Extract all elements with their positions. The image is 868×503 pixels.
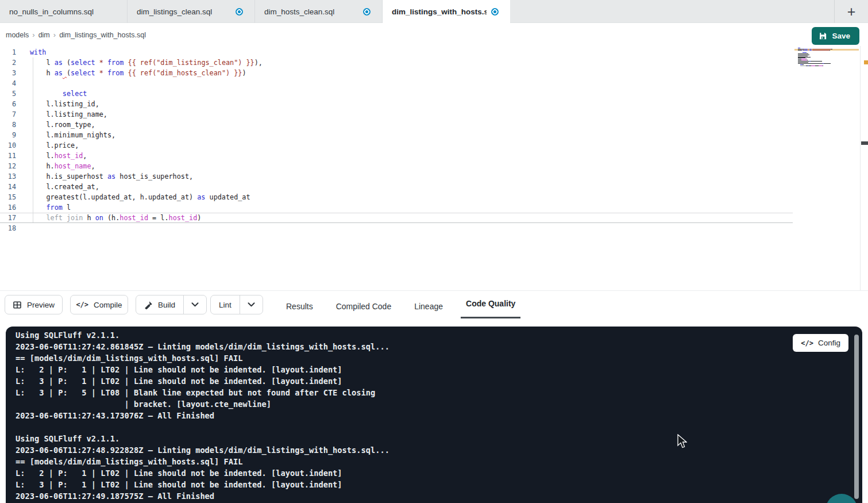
tab-label: dim_hosts_clean.sql	[264, 7, 334, 16]
code-line[interactable]: from l	[0, 202, 793, 213]
build-dropdown-button[interactable]	[183, 295, 206, 314]
editor-scrollbar-thumb[interactable]	[861, 141, 868, 145]
minimap[interactable]	[798, 48, 842, 68]
new-tab-button[interactable]: +	[835, 0, 868, 23]
tab-results-label: Results	[286, 302, 313, 311]
save-button[interactable]: Save	[812, 27, 859, 45]
unsaved-dot-icon	[236, 8, 243, 16]
build-button-label: Build	[158, 301, 175, 309]
breadcrumb-item-dim: dim	[38, 31, 50, 39]
breadcrumb: models › dim › dim_listings_with_hosts.s…	[6, 30, 146, 39]
build-button[interactable]: Build	[136, 295, 183, 314]
config-button-label: Config	[818, 339, 840, 347]
compile-button-label: Compile	[94, 301, 122, 309]
editor-scrollbar-track	[860, 46, 861, 290]
overview-ruler-error-marker	[864, 60, 868, 64]
hammer-icon	[144, 301, 153, 309]
code-line[interactable]: l.created_at,	[0, 182, 793, 192]
tab-dim-listings-with-hosts[interactable]: dim_listings_with_hosts.sql	[383, 0, 510, 24]
code-line[interactable]: l.price,	[0, 140, 793, 151]
code-line[interactable]: l.minimum_nights,	[0, 130, 793, 140]
code-line[interactable]: l.listing_name,	[0, 109, 793, 120]
preview-button-label: Preview	[27, 301, 55, 309]
tab-no-nulls-in-columns[interactable]: no_nulls_in_columns.sql	[0, 0, 128, 23]
terminal-output: Using SQLFluff v2.1.1.2023-06-06T11:27:4…	[16, 329, 389, 502]
breadcrumb-separator: ›	[32, 30, 34, 39]
breadcrumb-separator: ›	[53, 30, 56, 39]
tab-code-quality[interactable]: Code Quality	[464, 291, 517, 322]
action-bar: Preview </> Compile Build Lint R	[0, 290, 868, 327]
config-button[interactable]: </> Config	[793, 334, 848, 352]
compile-button[interactable]: </> Compile	[70, 295, 128, 314]
tab-dim-hosts-clean[interactable]: dim_hosts_clean.sql	[255, 0, 383, 23]
lint-split-button: Lint	[210, 295, 263, 314]
unsaved-dot-icon	[491, 8, 499, 16]
code-editor[interactable]: 123456789101112131415161718 with l as (s…	[0, 46, 868, 290]
editor-tab-bar: no_nulls_in_columns.sql dim_listings_cle…	[0, 0, 868, 23]
code-line[interactable]: select	[0, 89, 793, 99]
code-line[interactable]: l as (select * from {{ ref("dim_listings…	[0, 57, 793, 68]
lint-dropdown-button[interactable]	[240, 295, 263, 314]
code-line[interactable]: left join h on (h.host_id = l.host_id)	[0, 213, 793, 223]
code-icon: </>	[76, 301, 88, 309]
code-icon: </>	[801, 339, 813, 347]
unsaved-dot-icon	[363, 8, 371, 16]
code-line[interactable]: h.is_superhost as host_is_superhost,	[0, 171, 793, 182]
lint-button[interactable]: Lint	[211, 295, 240, 314]
help-fab-button[interactable]	[825, 494, 858, 503]
lint-output-terminal: Using SQLFluff v2.1.1.2023-06-06T11:27:4…	[6, 327, 862, 503]
save-button-label: Save	[832, 32, 850, 40]
chevron-down-icon	[248, 302, 255, 307]
breadcrumb-item-file: dim_listings_with_hosts.sql	[59, 31, 146, 39]
preview-button[interactable]: Preview	[5, 295, 63, 314]
tab-label: no_nulls_in_columns.sql	[9, 7, 94, 16]
tab-lineage[interactable]: Lineage	[412, 291, 445, 322]
file-header-bar: models › dim › dim_listings_with_hosts.s…	[0, 24, 868, 46]
tab-label: dim_listings_with_hosts.sql	[392, 7, 487, 16]
code-line[interactable]	[0, 223, 793, 233]
table-icon	[13, 301, 22, 309]
code-line[interactable]: l.host_id,	[0, 151, 793, 161]
tab-code-quality-label: Code Quality	[466, 299, 515, 308]
tab-lineage-label: Lineage	[414, 302, 443, 311]
tab-compiled-code[interactable]: Compiled Code	[334, 291, 394, 322]
lint-button-label: Lint	[219, 301, 232, 309]
code-line[interactable]: h.host_name,	[0, 161, 793, 171]
code-line[interactable]: with	[0, 47, 793, 57]
result-panel-tabs: Results Compiled Code Lineage Code Quali…	[284, 291, 517, 322]
code-line[interactable]	[0, 78, 793, 89]
tab-results[interactable]: Results	[284, 291, 315, 322]
code-line[interactable]: l.room_type,	[0, 120, 793, 130]
code-lines[interactable]: with l as (select * from {{ ref("dim_lis…	[0, 47, 793, 233]
breadcrumb-item-models: models	[6, 31, 29, 39]
build-split-button: Build	[136, 295, 207, 314]
code-line[interactable]: l.listing_id,	[0, 99, 793, 109]
code-line[interactable]: greatest(l.updated_at, h.updated_at) as …	[0, 192, 793, 202]
tabbar-spacer	[510, 0, 834, 22]
tab-compiled-code-label: Compiled Code	[336, 302, 392, 311]
tab-label: dim_listings_clean.sql	[137, 7, 212, 16]
code-line[interactable]: h as (select * from {{ ref("dim_hosts_cl…	[0, 68, 793, 78]
tab-dim-listings-clean[interactable]: dim_listings_clean.sql	[128, 0, 255, 23]
terminal-scrollbar-thumb[interactable]	[854, 335, 859, 499]
floppy-disk-icon	[819, 32, 827, 40]
chevron-down-icon	[191, 302, 199, 307]
